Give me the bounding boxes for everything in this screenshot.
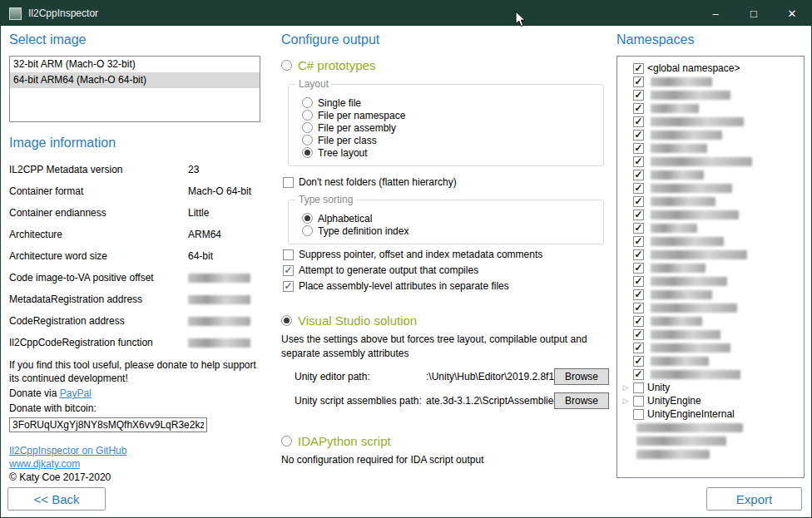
namespace-item[interactable]: ▷ xyxy=(617,301,804,314)
namespace-checkbox[interactable] xyxy=(633,76,644,87)
type-sorting-option[interactable]: Type definition index xyxy=(302,224,603,237)
namespace-checkbox[interactable] xyxy=(633,369,644,380)
namespace-item[interactable]: ▷ xyxy=(617,314,804,328)
flatten-hierarchy-checkbox[interactable]: Don't nest folders (flatten hierarchy) xyxy=(283,176,610,188)
github-link[interactable]: Il2CppInspector on GitHub xyxy=(9,445,126,456)
unity-editor-browse-button[interactable]: Browse xyxy=(554,368,609,385)
website-link[interactable]: www.djkaty.com xyxy=(9,458,80,470)
redacted-text xyxy=(651,330,720,339)
namespace-item[interactable]: ▷ xyxy=(617,421,804,434)
namespace-checkbox[interactable] xyxy=(633,156,644,167)
namespace-checkbox[interactable] xyxy=(633,276,644,287)
close-icon[interactable]: ✕ xyxy=(773,1,811,26)
option-checkbox[interactable]: Attempt to generate output that compiles xyxy=(283,264,610,276)
namespace-item[interactable]: ▷ Unity xyxy=(617,381,804,394)
namespace-item[interactable]: ▷ xyxy=(617,141,804,155)
namespace-checkbox[interactable] xyxy=(633,263,644,274)
namespace-item[interactable]: ▷ xyxy=(617,434,804,447)
image-list-item[interactable]: 64-bit ARM64 (Mach-O 64-bit) xyxy=(10,72,260,88)
namespace-item[interactable]: ▷ xyxy=(617,341,804,354)
namespace-checkbox[interactable] xyxy=(633,329,644,340)
namespace-checkbox[interactable] xyxy=(633,170,644,180)
back-button[interactable]: << Back xyxy=(7,487,106,511)
idapython-script-label: IDAPython script xyxy=(298,434,391,448)
info-label: Container endianness xyxy=(9,207,106,219)
layout-option[interactable]: File per assembly xyxy=(302,121,603,134)
namespace-checkbox[interactable] xyxy=(633,249,644,260)
layout-option[interactable]: File per namespace xyxy=(302,109,603,121)
namespace-checkbox[interactable] xyxy=(633,409,644,420)
namespace-checkbox[interactable] xyxy=(633,116,644,127)
image-list[interactable]: 32-bit ARM (Mach-O 32-bit) 64-bit ARM64 … xyxy=(9,56,260,122)
namespace-checkbox[interactable] xyxy=(633,303,644,313)
namespace-checkbox[interactable] xyxy=(633,356,644,367)
namespace-item[interactable]: ▷ xyxy=(617,101,804,115)
namespace-item[interactable]: ▷ xyxy=(617,261,804,274)
namespace-checkbox[interactable] xyxy=(633,90,644,101)
namespace-item[interactable]: ▷ xyxy=(617,274,804,288)
namespace-checkbox[interactable] xyxy=(633,210,644,220)
bitcoin-address-input[interactable] xyxy=(9,417,207,432)
namespace-item[interactable]: ▷ xyxy=(617,368,804,381)
redacted-text xyxy=(651,357,709,366)
redacted-text xyxy=(651,277,727,286)
namespace-checkbox[interactable] xyxy=(633,316,644,327)
minimize-icon[interactable]: – xyxy=(696,1,735,26)
namespace-checkbox[interactable] xyxy=(633,382,644,393)
flatten-hierarchy-label: Don't nest folders (flatten hierarchy) xyxy=(299,176,457,188)
namespace-item[interactable]: ▷ xyxy=(617,75,804,88)
export-button[interactable]: Export xyxy=(706,487,802,511)
namespace-checkbox[interactable] xyxy=(633,196,644,207)
namespace-item[interactable]: ▷ UnityEngineInternal xyxy=(617,407,804,421)
namespace-item[interactable]: ▷ xyxy=(617,248,804,261)
select-image-heading: Select image xyxy=(9,32,260,47)
csharp-prototypes-radio[interactable]: C# prototypes xyxy=(281,58,610,72)
namespace-checkbox[interactable] xyxy=(633,143,644,154)
namespace-item[interactable]: ▷ UnityEngine xyxy=(617,394,804,407)
visual-studio-solution-radio[interactable]: Visual Studio solution xyxy=(281,313,610,328)
layout-option[interactable]: File per class xyxy=(302,134,603,146)
namespace-item[interactable]: ▷ xyxy=(617,447,804,461)
paypal-link[interactable]: PayPal xyxy=(60,387,92,399)
namespace-item[interactable]: ▷ xyxy=(617,288,804,301)
redacted-text xyxy=(651,184,732,193)
namespace-item[interactable]: ▷ xyxy=(617,155,804,168)
info-row: Il2CppCodeRegistration function xyxy=(9,332,260,353)
namespace-checkbox[interactable] xyxy=(633,343,644,353)
namespace-item[interactable]: ▷ xyxy=(617,328,804,341)
image-list-item[interactable]: 32-bit ARM (Mach-O 32-bit) xyxy=(10,57,260,72)
option-checkbox[interactable]: Place assembly-level attributes in separ… xyxy=(283,280,610,292)
namespace-item[interactable]: ▷ xyxy=(617,181,804,195)
namespace-item[interactable]: ▷ xyxy=(617,88,804,101)
namespace-item[interactable]: ▷ xyxy=(617,128,804,141)
option-checkbox[interactable]: Suppress pointer, offset and index metad… xyxy=(283,249,610,260)
expander-icon[interactable]: ▷ xyxy=(621,394,630,407)
namespace-item[interactable]: ▷ xyxy=(617,354,804,368)
namespace-checkbox[interactable] xyxy=(633,396,644,407)
namespace-checkbox[interactable] xyxy=(633,236,644,247)
namespace-item[interactable]: ▷ <global namespace> xyxy=(617,62,804,75)
type-sorting-option[interactable]: Alphabetical xyxy=(302,212,603,224)
unity-editor-path-value: :\Unity\Hub\Editor\2019.2.8f1 xyxy=(426,371,554,382)
namespace-checkbox[interactable] xyxy=(633,130,644,141)
idapython-script-radio[interactable]: IDAPython script xyxy=(281,434,610,448)
namespace-item[interactable]: ▷ xyxy=(617,234,804,248)
namespace-checkbox[interactable] xyxy=(633,223,644,234)
namespace-checkbox[interactable] xyxy=(633,103,644,114)
layout-option[interactable]: Tree layout xyxy=(302,146,603,159)
namespace-item[interactable]: ▷ xyxy=(617,195,804,208)
unity-script-browse-button[interactable]: Browse xyxy=(554,392,609,409)
namespace-item[interactable]: ▷ xyxy=(617,221,804,234)
namespace-checkbox[interactable] xyxy=(633,183,644,194)
namespaces-heading: Namespaces xyxy=(616,32,805,47)
namespace-tree[interactable]: ▷ <global namespace> ▷ ▷ xyxy=(616,56,805,478)
namespace-checkbox[interactable] xyxy=(633,289,644,300)
namespace-item[interactable]: ▷ xyxy=(617,208,804,221)
namespaces-panel: Namespaces ▷ <global namespace> ▷ xyxy=(616,32,805,478)
namespace-checkbox[interactable] xyxy=(633,63,644,74)
expander-icon[interactable]: ▷ xyxy=(621,381,630,394)
namespace-item[interactable]: ▷ xyxy=(617,115,804,128)
layout-option[interactable]: Single file xyxy=(302,96,603,109)
maximize-icon[interactable]: □ xyxy=(735,1,773,26)
namespace-item[interactable]: ▷ xyxy=(617,168,804,181)
